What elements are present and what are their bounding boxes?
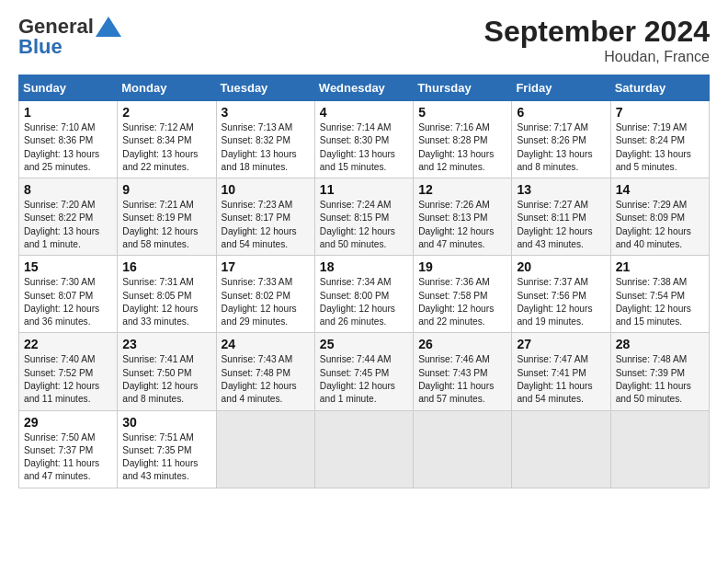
- day-cell: [216, 410, 314, 488]
- day-cell: 23Sunrise: 7:41 AM Sunset: 7:50 PM Dayli…: [118, 333, 216, 410]
- day-cell: 18Sunrise: 7:34 AM Sunset: 8:00 PM Dayli…: [314, 256, 413, 333]
- day-cell: 10Sunrise: 7:23 AM Sunset: 8:17 PM Dayli…: [216, 178, 314, 256]
- day-number: 6: [517, 105, 605, 120]
- day-number: 2: [122, 105, 210, 120]
- day-number: 16: [122, 259, 210, 274]
- header-row: Sunday Monday Tuesday Wednesday Thursday…: [19, 75, 710, 101]
- day-info: Sunrise: 7:31 AM Sunset: 8:05 PM Dayligh…: [122, 276, 210, 328]
- day-cell: 24Sunrise: 7:43 AM Sunset: 7:48 PM Dayli…: [216, 333, 314, 410]
- day-cell: 21Sunrise: 7:38 AM Sunset: 7:54 PM Dayli…: [610, 256, 709, 333]
- day-cell: 17Sunrise: 7:33 AM Sunset: 8:02 PM Dayli…: [216, 256, 314, 333]
- day-info: Sunrise: 7:46 AM Sunset: 7:43 PM Dayligh…: [418, 353, 506, 406]
- day-cell: 3Sunrise: 7:13 AM Sunset: 8:32 PM Daylig…: [216, 101, 314, 178]
- col-saturday: Saturday: [610, 75, 709, 101]
- day-cell: 29Sunrise: 7:50 AM Sunset: 7:37 PM Dayli…: [19, 410, 118, 488]
- week-row-4: 29Sunrise: 7:50 AM Sunset: 7:37 PM Dayli…: [19, 410, 710, 488]
- day-cell: 27Sunrise: 7:47 AM Sunset: 7:41 PM Dayli…: [512, 333, 610, 410]
- day-cell: 13Sunrise: 7:27 AM Sunset: 8:11 PM Dayli…: [512, 178, 610, 256]
- col-friday: Friday: [512, 75, 610, 101]
- day-info: Sunrise: 7:50 AM Sunset: 7:37 PM Dayligh…: [24, 431, 112, 484]
- day-number: 8: [24, 182, 112, 197]
- day-number: 23: [122, 337, 210, 351]
- day-cell: 7Sunrise: 7:19 AM Sunset: 8:24 PM Daylig…: [610, 101, 709, 178]
- header: General Blue September 2024 Houdan, Fran…: [18, 15, 710, 65]
- title-area: September 2024 Houdan, France: [484, 15, 710, 65]
- day-number: 1: [24, 105, 112, 120]
- col-sunday: Sunday: [19, 75, 118, 101]
- day-number: 19: [418, 259, 506, 274]
- day-cell: 20Sunrise: 7:37 AM Sunset: 7:56 PM Dayli…: [512, 256, 610, 333]
- day-number: 11: [320, 182, 408, 197]
- day-cell: [512, 410, 610, 488]
- day-number: 3: [222, 105, 310, 120]
- day-info: Sunrise: 7:23 AM Sunset: 8:17 PM Dayligh…: [222, 199, 310, 251]
- day-number: 24: [222, 337, 310, 351]
- col-wednesday: Wednesday: [314, 75, 413, 101]
- day-info: Sunrise: 7:16 AM Sunset: 8:28 PM Dayligh…: [418, 121, 506, 174]
- day-number: 21: [616, 259, 704, 274]
- day-info: Sunrise: 7:10 AM Sunset: 8:36 PM Dayligh…: [24, 121, 112, 174]
- day-info: Sunrise: 7:27 AM Sunset: 8:11 PM Dayligh…: [517, 199, 605, 251]
- day-info: Sunrise: 7:29 AM Sunset: 8:09 PM Dayligh…: [616, 199, 704, 251]
- calendar-table: Sunday Monday Tuesday Wednesday Thursday…: [18, 75, 710, 488]
- day-info: Sunrise: 7:21 AM Sunset: 8:19 PM Dayligh…: [122, 199, 210, 251]
- day-cell: 22Sunrise: 7:40 AM Sunset: 7:52 PM Dayli…: [19, 333, 118, 410]
- day-info: Sunrise: 7:20 AM Sunset: 8:22 PM Dayligh…: [24, 199, 112, 251]
- day-info: Sunrise: 7:37 AM Sunset: 7:56 PM Dayligh…: [517, 276, 605, 328]
- day-info: Sunrise: 7:12 AM Sunset: 8:34 PM Dayligh…: [122, 121, 210, 174]
- day-info: Sunrise: 7:17 AM Sunset: 8:26 PM Dayligh…: [517, 121, 605, 174]
- day-number: 9: [122, 182, 210, 197]
- day-info: Sunrise: 7:14 AM Sunset: 8:30 PM Dayligh…: [320, 121, 408, 174]
- svg-marker-0: [96, 17, 121, 37]
- day-info: Sunrise: 7:51 AM Sunset: 7:35 PM Dayligh…: [122, 431, 210, 484]
- day-info: Sunrise: 7:48 AM Sunset: 7:39 PM Dayligh…: [616, 353, 704, 406]
- day-cell: 5Sunrise: 7:16 AM Sunset: 8:28 PM Daylig…: [414, 101, 512, 178]
- week-row-1: 8Sunrise: 7:20 AM Sunset: 8:22 PM Daylig…: [19, 178, 710, 256]
- day-info: Sunrise: 7:24 AM Sunset: 8:15 PM Dayligh…: [320, 199, 408, 251]
- day-cell: 9Sunrise: 7:21 AM Sunset: 8:19 PM Daylig…: [118, 178, 216, 256]
- day-cell: 25Sunrise: 7:44 AM Sunset: 7:45 PM Dayli…: [314, 333, 413, 410]
- day-number: 14: [616, 182, 704, 197]
- day-number: 20: [517, 259, 605, 274]
- day-cell: 4Sunrise: 7:14 AM Sunset: 8:30 PM Daylig…: [314, 101, 413, 178]
- day-cell: 6Sunrise: 7:17 AM Sunset: 8:26 PM Daylig…: [512, 101, 610, 178]
- day-info: Sunrise: 7:41 AM Sunset: 7:50 PM Dayligh…: [122, 353, 210, 406]
- day-cell: 15Sunrise: 7:30 AM Sunset: 8:07 PM Dayli…: [19, 256, 118, 333]
- day-number: 22: [24, 337, 112, 351]
- day-number: 18: [320, 259, 408, 274]
- day-number: 26: [418, 337, 506, 351]
- day-cell: [314, 410, 413, 488]
- day-cell: 12Sunrise: 7:26 AM Sunset: 8:13 PM Dayli…: [414, 178, 512, 256]
- day-info: Sunrise: 7:30 AM Sunset: 8:07 PM Dayligh…: [24, 276, 112, 328]
- page: General Blue September 2024 Houdan, Fran…: [0, 0, 728, 498]
- logo-icon: [96, 17, 121, 37]
- day-number: 27: [517, 337, 605, 351]
- week-row-0: 1Sunrise: 7:10 AM Sunset: 8:36 PM Daylig…: [19, 101, 710, 178]
- week-row-3: 22Sunrise: 7:40 AM Sunset: 7:52 PM Dayli…: [19, 333, 710, 410]
- day-info: Sunrise: 7:43 AM Sunset: 7:48 PM Dayligh…: [222, 353, 310, 406]
- day-number: 15: [24, 259, 112, 274]
- day-number: 29: [24, 415, 112, 430]
- day-info: Sunrise: 7:34 AM Sunset: 8:00 PM Dayligh…: [320, 276, 408, 328]
- day-number: 5: [418, 105, 506, 120]
- day-number: 12: [418, 182, 506, 197]
- day-info: Sunrise: 7:26 AM Sunset: 8:13 PM Dayligh…: [418, 199, 506, 251]
- day-cell: [610, 410, 709, 488]
- day-cell: 11Sunrise: 7:24 AM Sunset: 8:15 PM Dayli…: [314, 178, 413, 256]
- day-info: Sunrise: 7:40 AM Sunset: 7:52 PM Dayligh…: [24, 353, 112, 406]
- day-cell: 2Sunrise: 7:12 AM Sunset: 8:34 PM Daylig…: [118, 101, 216, 178]
- day-cell: 16Sunrise: 7:31 AM Sunset: 8:05 PM Dayli…: [118, 256, 216, 333]
- day-number: 30: [122, 415, 210, 430]
- col-monday: Monday: [118, 75, 216, 101]
- day-info: Sunrise: 7:19 AM Sunset: 8:24 PM Dayligh…: [616, 121, 704, 174]
- logo-blue: Blue: [18, 35, 63, 59]
- day-number: 17: [222, 259, 310, 274]
- col-tuesday: Tuesday: [216, 75, 314, 101]
- day-cell: 8Sunrise: 7:20 AM Sunset: 8:22 PM Daylig…: [19, 178, 118, 256]
- day-number: 13: [517, 182, 605, 197]
- day-info: Sunrise: 7:38 AM Sunset: 7:54 PM Dayligh…: [616, 276, 704, 328]
- calendar-subtitle: Houdan, France: [484, 49, 710, 65]
- day-cell: [414, 410, 512, 488]
- day-number: 28: [616, 337, 704, 351]
- calendar-title: September 2024: [484, 15, 710, 49]
